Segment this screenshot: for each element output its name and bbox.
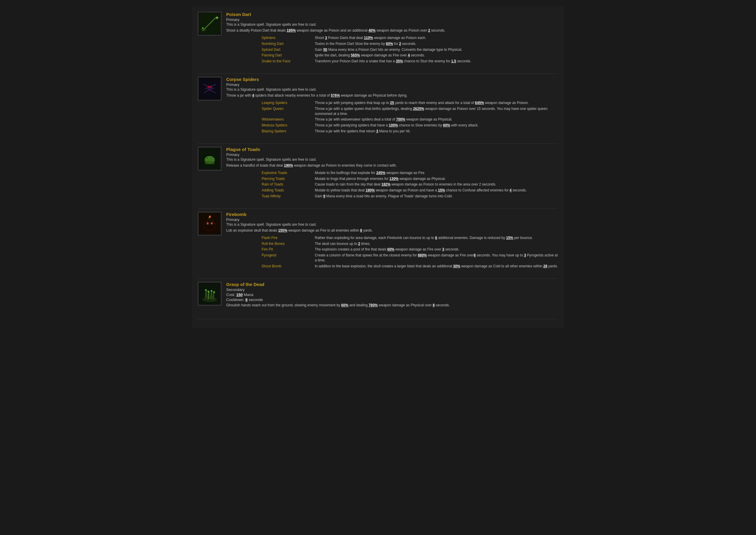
spell-cooldown: Cooldown: 8 seconds <box>226 297 558 302</box>
spell-type: Primary <box>226 217 558 222</box>
rune-desc: Gain 9 Mana every time a toad hits an en… <box>315 194 558 199</box>
svg-point-22 <box>211 157 213 159</box>
rune-row: Medusa SpidersThrow a jar with paralyzin… <box>262 123 558 128</box>
rune-name: Piercing Toads <box>262 176 309 182</box>
spell-content-plague-of-toads: Plague of ToadsPrimaryThis is a Signatur… <box>226 147 558 200</box>
spell-type: Primary <box>226 82 558 87</box>
page-container: Poison DartPrimaryThis is a Signature sp… <box>192 6 564 328</box>
rune-desc: Throw a jar with paralyzing spiders that… <box>315 123 558 128</box>
rune-row: Spider QueenThrow a jar with a spider qu… <box>262 106 558 116</box>
rune-desc: The skull can bounce up to 2 times. <box>315 241 558 246</box>
svg-point-4 <box>202 27 204 29</box>
spell-icon-corpse-spiders <box>198 77 222 100</box>
rune-desc: Gain 50 Mana every time a Poison Dart hi… <box>315 47 558 52</box>
spell-description: Lob an explosive skull that deals 155% w… <box>226 228 558 233</box>
spell-signature: This is a Signature spell. Signature spe… <box>226 157 558 162</box>
spell-title: Plague of Toads <box>226 147 558 152</box>
rune-table: Flash FireRather than exploding for area… <box>262 236 558 269</box>
spell-block-plague-of-toads: Plague of ToadsPrimaryThis is a Signatur… <box>198 147 558 200</box>
spell-divider <box>198 209 558 209</box>
spell-divider <box>198 319 558 319</box>
rune-row: Flash FireRather than exploding for area… <box>262 236 558 240</box>
spell-signature: This is a Signature spell. Signature spe… <box>226 222 558 227</box>
rune-row: Piercing ToadsMutate to frogs that pierc… <box>262 176 558 182</box>
rune-name: Spider Queen <box>262 106 309 116</box>
spell-cost: Cost: 150 Mana <box>226 293 558 297</box>
rune-table: Explosive ToadsMutate to fire bullfrogs … <box>262 170 558 199</box>
rune-name: Blazing Spiders <box>262 129 309 134</box>
rune-desc: Mutate to fire bullfrogs that explode fo… <box>315 170 558 176</box>
rune-row: SplintersShoot 3 Poison Darts that deal … <box>262 36 558 41</box>
spell-type: Primary <box>226 17 558 22</box>
rune-row: WidowmakersThrow a jar with widowmaker s… <box>262 117 558 122</box>
spell-title: Grasp of the Dead <box>226 282 558 287</box>
svg-point-33 <box>202 297 217 302</box>
rune-desc: Toxins in the Poison Dart Slow the enemy… <box>315 42 558 46</box>
rune-row: Blazing SpidersThrow a jar with fire spi… <box>262 129 558 134</box>
svg-point-21 <box>207 157 208 159</box>
rune-row: Leaping SpidersThrow a jar with jumping … <box>262 100 558 105</box>
rune-desc: Rather than exploding for area damage, e… <box>315 236 558 240</box>
spell-divider <box>198 279 558 279</box>
svg-point-30 <box>207 222 208 225</box>
spell-description: Shoot a deadly Poison Dart that deals 18… <box>226 28 558 33</box>
spell-description: Ghoulish hands reach out from the ground… <box>226 302 558 308</box>
rune-desc: Cause toads to rain from the sky that de… <box>315 182 558 187</box>
rune-desc: Transform your Poison Dart into a snake … <box>315 59 558 64</box>
rune-desc: Shoot 3 Poison Darts that deal 110% weap… <box>315 36 558 41</box>
rune-table: Leaping SpidersThrow a jar with jumping … <box>262 100 558 134</box>
spell-type: Secondary <box>226 288 558 292</box>
rune-row: Ghost BombIn addition to the base explos… <box>262 264 558 269</box>
rune-table: SplintersShoot 3 Poison Darts that deal … <box>262 36 558 64</box>
spell-block-poison-dart: Poison DartPrimaryThis is a Signature sp… <box>198 12 558 65</box>
svg-point-37 <box>213 291 215 293</box>
rune-name: Flash Fire <box>262 236 309 240</box>
spell-icon-firebomb <box>198 212 222 236</box>
svg-point-31 <box>211 222 213 225</box>
rune-name: Toad Affinity <box>262 194 309 199</box>
spell-content-firebomb: FirebombPrimaryThis is a Signature spell… <box>226 212 558 270</box>
rune-name: Snake to the Face <box>262 59 309 64</box>
spell-title: Poison Dart <box>226 12 558 17</box>
rune-name: Leaping Spiders <box>262 100 309 105</box>
spell-block-corpse-spiders: Corpse SpidersPrimaryThis is a Signature… <box>198 77 558 135</box>
svg-point-15 <box>210 86 211 87</box>
rune-name: Splinters <box>262 36 309 41</box>
svg-point-36 <box>210 290 212 292</box>
svg-point-3 <box>202 28 206 31</box>
spell-content-grasp-of-the-dead: Grasp of the DeadSecondaryCost: 150 Mana… <box>226 282 558 310</box>
rune-name: Numbing Dart <box>262 42 309 46</box>
rune-row: Spined DartGain 50 Mana every time a Poi… <box>262 47 558 52</box>
rune-desc: The explosion creates a pool of fire tha… <box>315 247 558 252</box>
svg-point-24 <box>211 162 214 164</box>
spell-divider <box>198 73 558 74</box>
rune-name: Fire Pit <box>262 247 309 252</box>
rune-row: Flaming DartIgnite the dart, dealing 565… <box>262 53 558 58</box>
rune-desc: Mutate to yellow toads that deal 190% we… <box>315 188 558 193</box>
rune-row: Fire PitThe explosion creates a pool of … <box>262 247 558 252</box>
rune-desc: Throw a jar with fire spiders that retur… <box>315 129 558 134</box>
spell-content-corpse-spiders: Corpse SpidersPrimaryThis is a Signature… <box>226 77 558 135</box>
rune-row: Roll the BonesThe skull can bounce up to… <box>262 241 558 246</box>
rune-name: Flaming Dart <box>262 53 309 58</box>
spell-description: Throw a jar with 4 spiders that attack n… <box>226 93 558 98</box>
spell-block-grasp-of-the-dead: Grasp of the DeadSecondaryCost: 150 Mana… <box>198 282 558 310</box>
rune-desc: Throw a jar with widowmaker spiders deal… <box>315 117 558 122</box>
rune-name: Spined Dart <box>262 47 309 52</box>
rune-desc: Throw a jar with jumping spiders that le… <box>315 100 558 105</box>
svg-point-27 <box>204 220 215 230</box>
rune-name: Addling Toads <box>262 188 309 193</box>
rune-row: Addling ToadsMutate to yellow toads that… <box>262 188 558 193</box>
spell-block-firebomb: FirebombPrimaryThis is a Signature spell… <box>198 212 558 270</box>
rune-name: Medusa Spiders <box>262 123 309 128</box>
spell-icon-poison-dart <box>198 12 222 36</box>
spell-title: Firebomb <box>226 212 558 217</box>
rune-desc: In addition to the base explosion, the s… <box>315 264 558 269</box>
spell-description: Release a handful of toads that deal 190… <box>226 163 558 168</box>
rune-row: Numbing DartToxins in the Poison Dart Sl… <box>262 42 558 46</box>
spell-divider <box>198 144 558 144</box>
rune-name: Pyrogeist <box>262 253 309 263</box>
rune-name: Roll the Bones <box>262 241 309 246</box>
rune-name: Widowmakers <box>262 117 309 122</box>
spell-title: Corpse Spiders <box>226 77 558 82</box>
